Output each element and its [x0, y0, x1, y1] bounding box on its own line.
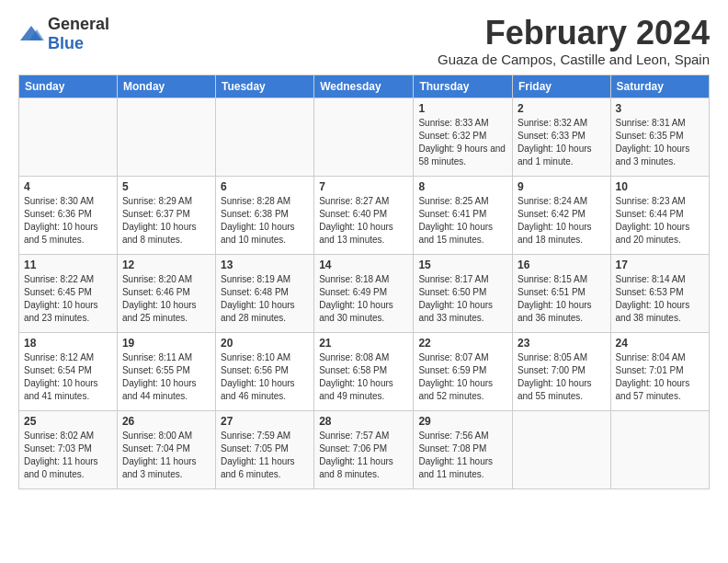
calendar-cell: 14Sunrise: 8:18 AM Sunset: 6:49 PM Dayli…	[314, 254, 414, 332]
day-info: Sunrise: 8:32 AM Sunset: 6:33 PM Dayligh…	[518, 117, 606, 168]
day-number: 19	[122, 337, 210, 350]
day-number: 1	[418, 102, 507, 115]
logo: General Blue	[18, 15, 109, 53]
day-number: 4	[24, 180, 112, 193]
calendar-cell: 23Sunrise: 8:05 AM Sunset: 7:00 PM Dayli…	[512, 332, 610, 410]
day-info: Sunrise: 8:19 AM Sunset: 6:48 PM Dayligh…	[221, 273, 309, 325]
day-info: Sunrise: 8:22 AM Sunset: 6:45 PM Dayligh…	[24, 273, 112, 325]
calendar-cell	[117, 98, 215, 176]
day-number: 16	[518, 259, 606, 271]
calendar-cell: 29Sunrise: 7:56 AM Sunset: 7:08 PM Dayli…	[414, 410, 513, 488]
week-row-0: 1Sunrise: 8:33 AM Sunset: 6:32 PM Daylig…	[19, 98, 710, 176]
day-info: Sunrise: 8:07 AM Sunset: 6:59 PM Dayligh…	[418, 351, 507, 403]
day-info: Sunrise: 8:17 AM Sunset: 6:50 PM Dayligh…	[418, 273, 507, 325]
day-info: Sunrise: 8:10 AM Sunset: 6:56 PM Dayligh…	[221, 351, 309, 403]
day-info: Sunrise: 7:59 AM Sunset: 7:05 PM Dayligh…	[221, 430, 309, 481]
calendar-cell: 5Sunrise: 8:29 AM Sunset: 6:37 PM Daylig…	[117, 176, 215, 254]
calendar-cell: 18Sunrise: 8:12 AM Sunset: 6:54 PM Dayli…	[19, 332, 118, 410]
calendar-cell	[610, 410, 709, 488]
day-info: Sunrise: 8:02 AM Sunset: 7:03 PM Dayligh…	[24, 430, 112, 481]
header-row: SundayMondayTuesdayWednesdayThursdayFrid…	[19, 75, 710, 98]
day-info: Sunrise: 8:31 AM Sunset: 6:35 PM Dayligh…	[616, 117, 704, 168]
day-info: Sunrise: 7:57 AM Sunset: 7:06 PM Dayligh…	[319, 430, 408, 481]
calendar-cell: 24Sunrise: 8:04 AM Sunset: 7:01 PM Dayli…	[610, 332, 709, 410]
day-number: 24	[616, 337, 704, 350]
day-number: 7	[319, 180, 408, 193]
day-number: 29	[418, 415, 507, 428]
calendar-cell: 1Sunrise: 8:33 AM Sunset: 6:32 PM Daylig…	[414, 98, 513, 176]
logo-blue: Blue	[48, 34, 84, 52]
calendar-cell: 21Sunrise: 8:08 AM Sunset: 6:58 PM Dayli…	[314, 332, 414, 410]
weekday-header-sunday: Sunday	[19, 75, 118, 98]
day-info: Sunrise: 8:25 AM Sunset: 6:41 PM Dayligh…	[418, 195, 507, 247]
day-info: Sunrise: 7:56 AM Sunset: 7:08 PM Dayligh…	[418, 430, 507, 481]
calendar-cell: 4Sunrise: 8:30 AM Sunset: 6:36 PM Daylig…	[19, 176, 118, 254]
day-number: 26	[122, 415, 210, 428]
day-number: 18	[24, 337, 112, 350]
day-info: Sunrise: 8:33 AM Sunset: 6:32 PM Dayligh…	[418, 117, 507, 168]
logo-general: General	[48, 15, 109, 33]
day-number: 11	[24, 259, 112, 271]
calendar-cell: 20Sunrise: 8:10 AM Sunset: 6:56 PM Dayli…	[215, 332, 313, 410]
day-number: 6	[221, 180, 309, 193]
day-info: Sunrise: 8:18 AM Sunset: 6:49 PM Dayligh…	[319, 273, 408, 325]
calendar-cell	[19, 98, 118, 176]
calendar-cell: 28Sunrise: 7:57 AM Sunset: 7:06 PM Dayli…	[314, 410, 414, 488]
day-number: 13	[221, 259, 309, 271]
day-number: 9	[518, 180, 606, 193]
day-info: Sunrise: 8:04 AM Sunset: 7:01 PM Dayligh…	[616, 351, 704, 403]
day-number: 3	[616, 102, 704, 115]
day-number: 10	[616, 180, 704, 193]
day-info: Sunrise: 8:14 AM Sunset: 6:53 PM Dayligh…	[616, 273, 704, 325]
day-number: 5	[122, 180, 210, 193]
day-info: Sunrise: 8:20 AM Sunset: 6:46 PM Dayligh…	[122, 273, 210, 325]
weekday-header-friday: Friday	[512, 75, 610, 98]
day-number: 23	[518, 337, 606, 350]
weekday-header-saturday: Saturday	[610, 75, 709, 98]
weekday-header-thursday: Thursday	[414, 75, 513, 98]
week-row-2: 11Sunrise: 8:22 AM Sunset: 6:45 PM Dayli…	[19, 254, 710, 332]
calendar-cell: 16Sunrise: 8:15 AM Sunset: 6:51 PM Dayli…	[512, 254, 610, 332]
day-info: Sunrise: 8:05 AM Sunset: 7:00 PM Dayligh…	[518, 351, 606, 403]
day-number: 2	[518, 102, 606, 115]
calendar-table: SundayMondayTuesdayWednesdayThursdayFrid…	[18, 75, 710, 489]
day-info: Sunrise: 8:23 AM Sunset: 6:44 PM Dayligh…	[616, 195, 704, 247]
day-number: 28	[319, 415, 408, 428]
calendar-cell: 6Sunrise: 8:28 AM Sunset: 6:38 PM Daylig…	[215, 176, 313, 254]
day-info: Sunrise: 8:29 AM Sunset: 6:37 PM Dayligh…	[122, 195, 210, 247]
day-number: 8	[418, 180, 507, 193]
calendar-cell: 25Sunrise: 8:02 AM Sunset: 7:03 PM Dayli…	[19, 410, 118, 488]
week-row-4: 25Sunrise: 8:02 AM Sunset: 7:03 PM Dayli…	[19, 410, 710, 488]
weekday-header-tuesday: Tuesday	[215, 75, 313, 98]
day-number: 21	[319, 337, 408, 350]
day-number: 15	[418, 259, 507, 271]
calendar-title: February 2024	[438, 15, 710, 52]
calendar-cell: 9Sunrise: 8:24 AM Sunset: 6:42 PM Daylig…	[512, 176, 610, 254]
day-number: 14	[319, 259, 408, 271]
calendar-cell: 17Sunrise: 8:14 AM Sunset: 6:53 PM Dayli…	[610, 254, 709, 332]
weekday-header-monday: Monday	[117, 75, 215, 98]
header: General Blue February 2024 Guaza de Camp…	[18, 15, 710, 67]
title-section: February 2024 Guaza de Campos, Castille …	[438, 15, 710, 67]
logo-text: General Blue	[48, 15, 109, 53]
calendar-header: SundayMondayTuesdayWednesdayThursdayFrid…	[19, 75, 710, 98]
day-number: 27	[221, 415, 309, 428]
calendar-cell: 3Sunrise: 8:31 AM Sunset: 6:35 PM Daylig…	[610, 98, 709, 176]
day-number: 12	[122, 259, 210, 271]
calendar-cell	[314, 98, 414, 176]
week-row-1: 4Sunrise: 8:30 AM Sunset: 6:36 PM Daylig…	[19, 176, 710, 254]
day-info: Sunrise: 8:00 AM Sunset: 7:04 PM Dayligh…	[122, 430, 210, 481]
day-info: Sunrise: 8:24 AM Sunset: 6:42 PM Dayligh…	[518, 195, 606, 247]
day-info: Sunrise: 8:27 AM Sunset: 6:40 PM Dayligh…	[319, 195, 408, 247]
calendar-body: 1Sunrise: 8:33 AM Sunset: 6:32 PM Daylig…	[19, 98, 710, 488]
calendar-cell: 27Sunrise: 7:59 AM Sunset: 7:05 PM Dayli…	[215, 410, 313, 488]
day-number: 25	[24, 415, 112, 428]
day-number: 20	[221, 337, 309, 350]
calendar-cell: 7Sunrise: 8:27 AM Sunset: 6:40 PM Daylig…	[314, 176, 414, 254]
day-info: Sunrise: 8:15 AM Sunset: 6:51 PM Dayligh…	[518, 273, 606, 325]
calendar-cell: 10Sunrise: 8:23 AM Sunset: 6:44 PM Dayli…	[610, 176, 709, 254]
day-number: 22	[418, 337, 507, 350]
day-number: 17	[616, 259, 704, 271]
calendar-cell	[215, 98, 313, 176]
calendar-cell: 22Sunrise: 8:07 AM Sunset: 6:59 PM Dayli…	[414, 332, 513, 410]
